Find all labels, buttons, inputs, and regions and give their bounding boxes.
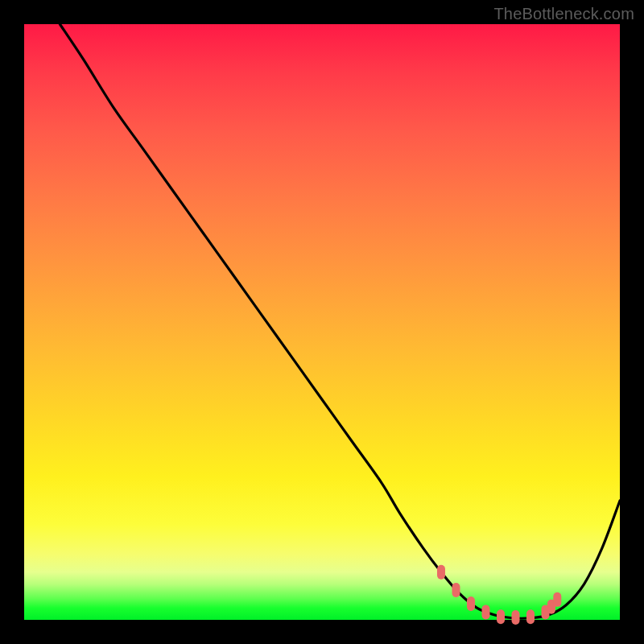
optimal-marker xyxy=(467,597,475,611)
optimal-zone-markers xyxy=(437,565,561,625)
plot-area xyxy=(24,24,620,620)
chart-frame: TheBottleneck.com xyxy=(0,0,644,644)
optimal-marker xyxy=(553,592,561,607)
attribution-text: TheBottleneck.com xyxy=(493,5,634,23)
optimal-marker xyxy=(437,565,445,580)
optimal-marker xyxy=(482,605,490,619)
bottleneck-curve xyxy=(60,24,620,618)
optimal-marker xyxy=(497,609,505,624)
optimal-marker xyxy=(512,610,520,625)
curve-layer xyxy=(24,24,620,620)
optimal-marker xyxy=(452,583,460,597)
optimal-marker xyxy=(526,609,535,624)
